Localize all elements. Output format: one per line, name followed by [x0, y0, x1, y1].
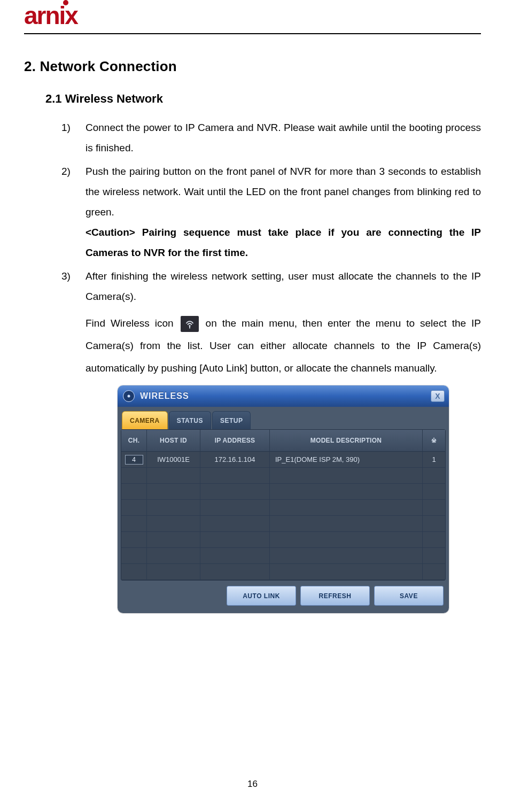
cell-mark: 1	[423, 452, 445, 468]
table-row	[121, 516, 445, 532]
table-row	[121, 468, 445, 484]
header: arnix	[24, 0, 481, 28]
step-number: 1)	[61, 118, 71, 138]
table-row[interactable]: 4 IW10001E 172.16.1.104 IP_E1(DOME ISP 2…	[121, 452, 445, 468]
cell-ch[interactable]: 4	[121, 452, 147, 468]
col-ip: IP ADDRESS	[200, 430, 270, 452]
grid-header: CH. HOST ID IP ADDRESS MODEL DESCRIPTION…	[121, 430, 445, 452]
camera-grid: CH. HOST ID IP ADDRESS MODEL DESCRIPTION…	[121, 429, 446, 581]
save-button[interactable]: SAVE	[374, 586, 444, 606]
step-text: Push the pairing button on the front pan…	[86, 166, 481, 218]
step-1: 1) Connect the power to IP Camera and NV…	[61, 118, 481, 158]
wireless-dialog: WIRELESS X CAMERA STATUS SETUP CH. HOS	[118, 385, 449, 613]
tab-setup[interactable]: SETUP	[212, 411, 251, 429]
brand-logo: arnix	[24, 3, 77, 28]
dialog-tabs: CAMERA STATUS SETUP	[121, 410, 446, 429]
page-content: 2. Network Connection 2.1 Wireless Netwo…	[24, 34, 481, 613]
cell-model: IP_E1(DOME ISP 2M, 390)	[270, 452, 423, 468]
step-caution: <Caution> Pairing sequence must take pla…	[86, 227, 481, 258]
step-2: 2) Push the pairing button on the front …	[61, 161, 481, 263]
step-number: 2)	[61, 161, 71, 182]
close-button[interactable]: X	[431, 390, 445, 402]
radar-icon	[123, 390, 135, 402]
step-number: 3)	[61, 266, 71, 287]
dialog-title: WIRELESS	[140, 388, 189, 405]
cell-host: IW10001E	[147, 452, 200, 468]
page-number: 16	[0, 779, 505, 790]
brand-logo-dot	[63, 0, 68, 5]
cell-ip: 172.16.1.104	[200, 452, 270, 468]
wireless-dialog-screenshot: WIRELESS X CAMERA STATUS SETUP CH. HOS	[86, 385, 481, 613]
step-text: After finishing the wireless network set…	[86, 270, 481, 302]
tab-status[interactable]: STATUS	[169, 411, 211, 429]
dialog-body: CAMERA STATUS SETUP CH. HOST ID IP ADDRE…	[118, 407, 449, 613]
ch-value: 4	[125, 455, 143, 465]
dialog-actions: AUTO LINK REFRESH SAVE	[121, 581, 446, 606]
refresh-button[interactable]: REFRESH	[300, 586, 370, 606]
dialog-titlebar: WIRELESS X	[118, 385, 449, 407]
steps-list: 1) Connect the power to IP Camera and NV…	[61, 118, 481, 613]
table-row	[121, 500, 445, 516]
table-row	[121, 564, 445, 580]
wireless-icon	[181, 316, 199, 332]
table-row	[121, 532, 445, 548]
table-row	[121, 484, 445, 500]
table-row	[121, 548, 445, 564]
step-text: Connect the power to IP Camera and NVR. …	[86, 122, 481, 153]
subsection-title: 2.1 Wireless Network	[45, 92, 481, 106]
step-3-para-2: Find Wireless icon on the main menu, the…	[86, 312, 481, 379]
autolink-button[interactable]: AUTO LINK	[227, 586, 296, 606]
col-ch: CH.	[121, 430, 147, 452]
step-3-text-a: Find Wireless icon	[86, 318, 174, 329]
col-mark: ※	[423, 430, 445, 452]
brand-logo-text: arnix	[24, 2, 77, 29]
col-host: HOST ID	[147, 430, 200, 452]
tab-camera[interactable]: CAMERA	[122, 411, 168, 429]
step-3: 3) After finishing the wireless network …	[61, 266, 481, 613]
section-title: 2. Network Connection	[24, 58, 481, 75]
col-model: MODEL DESCRIPTION	[270, 430, 423, 452]
